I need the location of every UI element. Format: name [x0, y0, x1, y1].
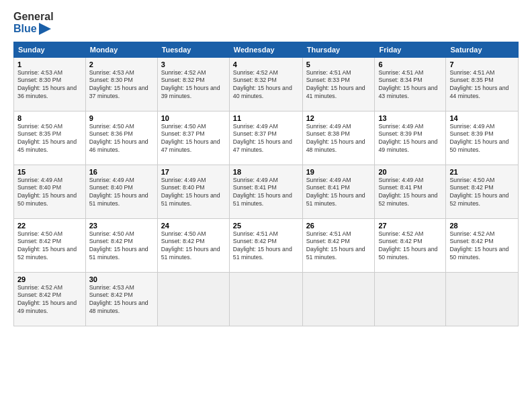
calendar-cell	[375, 272, 446, 326]
logo-triangle-icon	[39, 23, 51, 35]
calendar-cell: 20Sunrise: 4:49 AMSunset: 8:41 PMDayligh…	[375, 165, 446, 218]
calendar-cell: 1Sunrise: 4:53 AMSunset: 8:30 PMDaylight…	[14, 57, 86, 111]
day-number: 26	[306, 222, 371, 230]
logo: General Blue	[13, 11, 54, 35]
day-number: 29	[17, 275, 82, 283]
calendar-cell: 22Sunrise: 4:50 AMSunset: 8:42 PMDayligh…	[14, 218, 86, 272]
day-number: 3	[161, 60, 226, 68]
day-number: 4	[233, 60, 299, 68]
day-number: 7	[449, 60, 515, 68]
calendar-cell: 26Sunrise: 4:51 AMSunset: 8:42 PMDayligh…	[302, 218, 375, 272]
day-number: 15	[17, 168, 82, 176]
day-number: 28	[449, 222, 515, 230]
day-info: Sunrise: 4:49 AMSunset: 8:40 PMDaylight:…	[161, 177, 226, 209]
logo-general: General	[13, 11, 54, 23]
day-info: Sunrise: 4:49 AMSunset: 8:41 PMDaylight:…	[306, 177, 371, 209]
calendar-cell: 4Sunrise: 4:52 AMSunset: 8:32 PMDaylight…	[229, 57, 302, 111]
day-info: Sunrise: 4:53 AMSunset: 8:30 PMDaylight:…	[89, 69, 154, 101]
calendar-cell: 24Sunrise: 4:50 AMSunset: 8:42 PMDayligh…	[157, 218, 229, 272]
day-info: Sunrise: 4:49 AMSunset: 8:39 PMDaylight:…	[378, 123, 442, 155]
col-header-wednesday: Wednesday	[229, 42, 302, 57]
day-info: Sunrise: 4:51 AMSunset: 8:34 PMDaylight:…	[378, 69, 442, 101]
day-number: 10	[161, 114, 226, 122]
page: General Blue SundayMondayTuesdayWednesda…	[0, 0, 532, 411]
day-info: Sunrise: 4:51 AMSunset: 8:42 PMDaylight:…	[233, 230, 299, 263]
day-info: Sunrise: 4:50 AMSunset: 8:37 PMDaylight:…	[161, 123, 226, 155]
calendar-cell: 6Sunrise: 4:51 AMSunset: 8:34 PMDaylight…	[375, 57, 446, 111]
day-info: Sunrise: 4:52 AMSunset: 8:32 PMDaylight:…	[233, 69, 299, 101]
calendar-cell	[302, 272, 375, 326]
calendar-row: 22Sunrise: 4:50 AMSunset: 8:42 PMDayligh…	[14, 218, 519, 272]
calendar-row: 29Sunrise: 4:52 AMSunset: 8:42 PMDayligh…	[14, 272, 519, 326]
day-info: Sunrise: 4:50 AMSunset: 8:42 PMDaylight:…	[89, 230, 154, 263]
day-info: Sunrise: 4:49 AMSunset: 8:40 PMDaylight:…	[17, 177, 82, 209]
calendar-cell: 16Sunrise: 4:49 AMSunset: 8:40 PMDayligh…	[85, 165, 157, 218]
day-number: 24	[161, 222, 226, 230]
day-info: Sunrise: 4:53 AMSunset: 8:30 PMDaylight:…	[17, 69, 82, 101]
day-number: 5	[306, 60, 371, 68]
logo-text: General Blue	[13, 11, 54, 35]
col-header-saturday: Saturday	[446, 42, 519, 57]
calendar-cell: 12Sunrise: 4:49 AMSunset: 8:38 PMDayligh…	[302, 111, 375, 165]
day-number: 1	[17, 60, 82, 68]
svg-marker-0	[39, 23, 51, 35]
col-header-thursday: Thursday	[302, 42, 375, 57]
calendar-cell	[157, 272, 229, 326]
calendar-cell: 7Sunrise: 4:51 AMSunset: 8:35 PMDaylight…	[446, 57, 519, 111]
day-info: Sunrise: 4:50 AMSunset: 8:42 PMDaylight:…	[17, 230, 82, 263]
header-row: SundayMondayTuesdayWednesdayThursdayFrid…	[14, 42, 519, 57]
col-header-monday: Monday	[85, 42, 157, 57]
calendar-table: SundayMondayTuesdayWednesdayThursdayFrid…	[13, 42, 519, 326]
day-info: Sunrise: 4:52 AMSunset: 8:32 PMDaylight:…	[161, 69, 226, 101]
day-info: Sunrise: 4:49 AMSunset: 8:39 PMDaylight:…	[449, 123, 515, 155]
calendar-cell: 23Sunrise: 4:50 AMSunset: 8:42 PMDayligh…	[85, 218, 157, 272]
day-info: Sunrise: 4:52 AMSunset: 8:42 PMDaylight:…	[17, 284, 82, 316]
day-number: 16	[89, 168, 154, 176]
col-header-friday: Friday	[375, 42, 446, 57]
calendar-cell: 27Sunrise: 4:52 AMSunset: 8:42 PMDayligh…	[375, 218, 446, 272]
calendar-row: 15Sunrise: 4:49 AMSunset: 8:40 PMDayligh…	[14, 165, 519, 218]
day-number: 17	[161, 168, 226, 176]
day-number: 25	[233, 222, 299, 230]
calendar-cell: 18Sunrise: 4:49 AMSunset: 8:41 PMDayligh…	[229, 165, 302, 218]
day-info: Sunrise: 4:51 AMSunset: 8:42 PMDaylight:…	[306, 230, 371, 263]
col-header-sunday: Sunday	[14, 42, 86, 57]
day-number: 21	[449, 168, 515, 176]
logo-blue: Blue	[13, 23, 54, 35]
day-number: 8	[17, 114, 82, 122]
day-info: Sunrise: 4:49 AMSunset: 8:40 PMDaylight:…	[89, 177, 154, 209]
day-info: Sunrise: 4:49 AMSunset: 8:38 PMDaylight:…	[306, 123, 371, 155]
day-number: 11	[233, 114, 299, 122]
day-number: 12	[306, 114, 371, 122]
calendar-cell: 9Sunrise: 4:50 AMSunset: 8:36 PMDaylight…	[85, 111, 157, 165]
day-number: 18	[233, 168, 299, 176]
day-info: Sunrise: 4:50 AMSunset: 8:42 PMDaylight:…	[449, 177, 515, 209]
day-info: Sunrise: 4:51 AMSunset: 8:33 PMDaylight:…	[306, 69, 371, 101]
day-number: 2	[89, 60, 154, 68]
calendar-cell	[446, 272, 519, 326]
calendar-cell: 8Sunrise: 4:50 AMSunset: 8:35 PMDaylight…	[14, 111, 86, 165]
day-number: 13	[378, 114, 442, 122]
calendar-cell: 10Sunrise: 4:50 AMSunset: 8:37 PMDayligh…	[157, 111, 229, 165]
day-info: Sunrise: 4:50 AMSunset: 8:42 PMDaylight:…	[161, 230, 226, 263]
day-info: Sunrise: 4:49 AMSunset: 8:41 PMDaylight:…	[233, 177, 299, 209]
day-info: Sunrise: 4:50 AMSunset: 8:36 PMDaylight:…	[89, 123, 154, 155]
calendar-row: 8Sunrise: 4:50 AMSunset: 8:35 PMDaylight…	[14, 111, 519, 165]
calendar-cell	[229, 272, 302, 326]
calendar-cell: 30Sunrise: 4:53 AMSunset: 8:42 PMDayligh…	[85, 272, 157, 326]
calendar-row: 1Sunrise: 4:53 AMSunset: 8:30 PMDaylight…	[14, 57, 519, 111]
calendar-cell: 25Sunrise: 4:51 AMSunset: 8:42 PMDayligh…	[229, 218, 302, 272]
calendar-cell: 5Sunrise: 4:51 AMSunset: 8:33 PMDaylight…	[302, 57, 375, 111]
calendar-cell: 28Sunrise: 4:52 AMSunset: 8:42 PMDayligh…	[446, 218, 519, 272]
day-number: 6	[378, 60, 442, 68]
calendar-cell: 2Sunrise: 4:53 AMSunset: 8:30 PMDaylight…	[85, 57, 157, 111]
calendar-cell: 19Sunrise: 4:49 AMSunset: 8:41 PMDayligh…	[302, 165, 375, 218]
calendar-cell: 15Sunrise: 4:49 AMSunset: 8:40 PMDayligh…	[14, 165, 86, 218]
col-header-tuesday: Tuesday	[157, 42, 229, 57]
day-number: 9	[89, 114, 154, 122]
day-info: Sunrise: 4:51 AMSunset: 8:35 PMDaylight:…	[449, 69, 515, 101]
day-number: 14	[449, 114, 515, 122]
day-info: Sunrise: 4:52 AMSunset: 8:42 PMDaylight:…	[378, 230, 442, 263]
day-number: 27	[378, 222, 442, 230]
calendar-cell: 29Sunrise: 4:52 AMSunset: 8:42 PMDayligh…	[14, 272, 86, 326]
